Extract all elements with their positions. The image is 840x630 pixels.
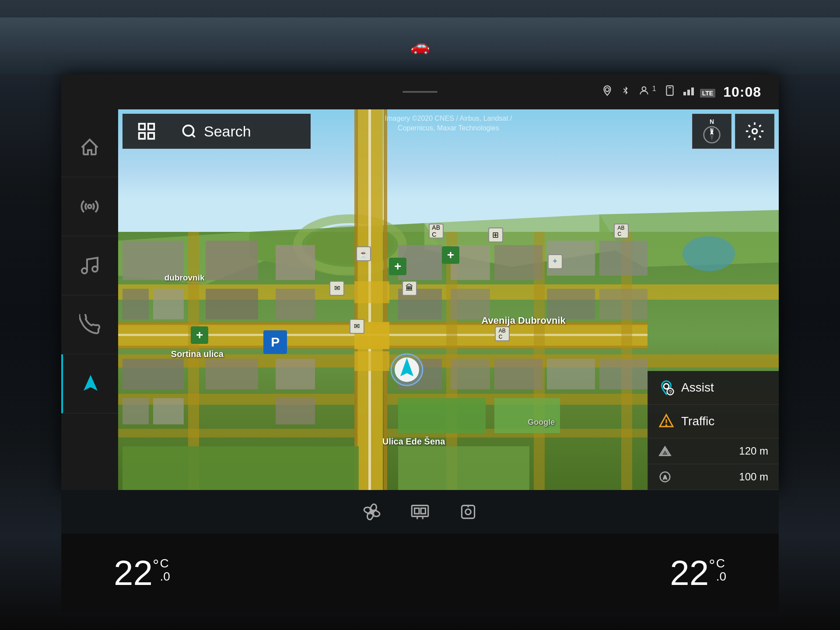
svg-rect-39	[122, 289, 149, 319]
svg-rect-56	[494, 359, 542, 389]
svg-rect-103	[462, 505, 474, 518]
svg-rect-47	[276, 245, 315, 280]
car-icon: 🚗	[410, 37, 430, 55]
svg-rect-79	[148, 133, 154, 139]
svg-point-0	[605, 88, 609, 92]
map-marker-hospital[interactable]: +	[548, 254, 563, 269]
bluetooth-icon	[621, 85, 630, 99]
sidebar-item-connectivity[interactable]	[61, 177, 118, 236]
svg-point-69	[682, 236, 735, 271]
svg-marker-84	[710, 135, 713, 141]
phone-signal-icon	[664, 85, 676, 99]
map-background: Imagery ©2020 CNES / Airbus, Landsat / C…	[118, 109, 779, 490]
svg-rect-68	[398, 446, 529, 490]
location-icon	[602, 85, 613, 99]
svg-rect-43	[153, 398, 184, 424]
compass-button[interactable]: N N	[692, 114, 732, 149]
svg-rect-42	[122, 398, 149, 424]
status-bar-divider	[402, 91, 438, 93]
svg-rect-48	[276, 289, 315, 319]
medical-marker-3[interactable]: +	[191, 326, 208, 344]
svg-rect-5	[687, 90, 690, 95]
temp-left-sub: .0	[160, 570, 170, 583]
screen-container: 1 LTE	[61, 74, 779, 490]
right-panel: ? Assist Traffic	[648, 371, 779, 490]
svg-rect-41	[122, 359, 184, 389]
svg-point-80	[183, 126, 194, 136]
map-marker-terminal[interactable]: 🏛	[402, 281, 417, 296]
svg-rect-72	[354, 351, 389, 371]
display-control[interactable]	[409, 501, 431, 523]
svg-line-81	[192, 134, 195, 137]
search-label: Search	[204, 123, 251, 140]
map-marker-abc3[interactable]: ABC	[495, 326, 510, 341]
svg-rect-77	[148, 124, 154, 130]
svg-rect-6	[691, 88, 694, 95]
map-marker-abc1[interactable]: ABC	[429, 224, 444, 238]
svg-rect-55	[451, 289, 490, 319]
svg-point-92	[665, 424, 668, 427]
sidebar-item-navigation[interactable]	[61, 354, 118, 413]
map-toolbar: Search N N	[118, 109, 779, 153]
svg-point-104	[466, 509, 471, 515]
assist-button[interactable]: ? Assist	[648, 371, 779, 405]
svg-rect-100	[421, 508, 425, 514]
svg-rect-38	[122, 241, 184, 280]
power-control[interactable]	[457, 501, 479, 523]
speed-row[interactable]: A 100 m	[648, 464, 779, 490]
bottom-controls	[61, 490, 779, 534]
speed-value: 100 m	[739, 471, 768, 483]
svg-text:A: A	[663, 475, 667, 480]
sidebar-item-media[interactable]	[61, 236, 118, 295]
temp-left-degree: °	[153, 556, 159, 575]
map-marker-abc2[interactable]: ABC	[614, 224, 629, 238]
status-bar-right: 1 LTE	[602, 84, 761, 100]
svg-point-7	[88, 205, 91, 208]
time-display: 10:08	[723, 84, 761, 100]
svg-rect-40	[153, 289, 184, 319]
dashboard: 🚗	[0, 0, 840, 630]
temp-right-sub: .0	[716, 570, 726, 583]
temp-left-unit: C	[160, 556, 168, 570]
temp-left: 22 ° C .0	[114, 553, 170, 593]
svg-rect-64	[599, 359, 648, 389]
parking-marker[interactable]: P	[263, 330, 287, 354]
medical-marker-2[interactable]: +	[442, 246, 459, 264]
temp-right-degree: °	[709, 556, 715, 575]
svg-rect-44	[206, 241, 258, 280]
map-marker-mail2[interactable]: ✉	[350, 319, 364, 334]
assist-label: Assist	[681, 381, 714, 395]
svg-point-87	[664, 384, 669, 389]
svg-rect-76	[139, 124, 145, 130]
fan-control[interactable]	[361, 501, 383, 523]
svg-rect-4	[683, 92, 686, 95]
svg-point-9	[92, 266, 98, 272]
svg-rect-67	[122, 446, 359, 490]
svg-rect-60	[599, 241, 648, 276]
svg-rect-45	[206, 289, 258, 319]
svg-rect-62	[599, 289, 648, 319]
top-bezel: 🚗	[0, 18, 840, 74]
medical-marker-1[interactable]: +	[389, 258, 406, 275]
svg-point-86	[752, 129, 757, 134]
map-area[interactable]: Imagery ©2020 CNES / Airbus, Landsat / C…	[118, 109, 779, 490]
svg-rect-71	[354, 281, 389, 303]
altitude-row[interactable]: 120 m	[648, 438, 779, 464]
svg-rect-32	[118, 429, 354, 438]
map-marker-mail1[interactable]: ✉	[329, 281, 344, 296]
svg-rect-46	[206, 359, 258, 389]
svg-point-1	[642, 87, 646, 91]
svg-rect-66	[494, 398, 560, 433]
svg-rect-58	[451, 359, 490, 389]
sidebar-item-home[interactable]	[61, 118, 118, 177]
compass-n: N	[710, 118, 714, 125]
map-marker-bank[interactable]: ⊞	[488, 228, 503, 242]
map-marker-coffee[interactable]: ☕	[356, 246, 371, 261]
settings-button[interactable]	[735, 114, 774, 149]
traffic-label: Traffic	[681, 414, 714, 428]
svg-point-8	[82, 268, 87, 273]
grid-button[interactable]	[122, 114, 171, 149]
search-button[interactable]: Search	[171, 114, 311, 149]
sidebar-item-phone[interactable]	[61, 295, 118, 354]
traffic-button[interactable]: Traffic	[648, 405, 779, 438]
